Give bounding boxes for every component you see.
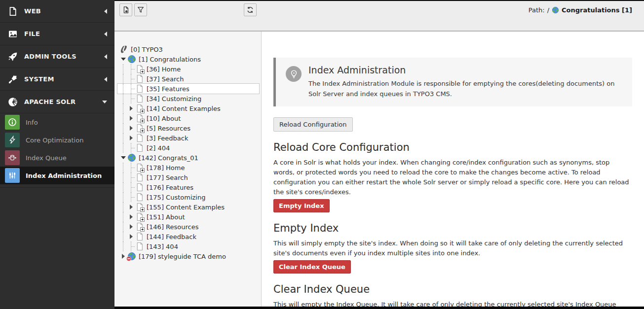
tree-row[interactable]: [142] Congrats_01: [117, 153, 259, 163]
tree-row[interactable]: [14] Content Examples: [117, 103, 259, 113]
page-shortcut-icon: [135, 104, 144, 113]
page-icon: [135, 183, 144, 192]
section-body: A core in Solr is what holds your index.…: [273, 158, 632, 197]
expand-arrow-icon[interactable]: [127, 212, 135, 222]
filter-button[interactable]: [134, 3, 147, 16]
page-shortcut-icon: [135, 212, 144, 221]
tree-row[interactable]: [151] About: [117, 212, 259, 222]
sidebar-section-file[interactable]: FILE: [0, 23, 114, 45]
tree-joint: [127, 143, 135, 153]
typo3-logo-icon: [119, 45, 128, 54]
lightbulb-icon: [286, 66, 302, 82]
expand-arrow-icon[interactable]: [127, 103, 135, 113]
rocket-icon: [8, 52, 18, 62]
file-image-icon: [8, 29, 18, 39]
tree-guide: [119, 163, 127, 172]
sidebar-section-label: APACHE SOLR: [24, 98, 76, 105]
expand-arrow-icon[interactable]: [127, 202, 135, 212]
tree-joint: [127, 172, 135, 182]
expand-arrow-icon[interactable]: [127, 113, 135, 123]
page-icon: [135, 84, 144, 93]
collapse-arrow-icon[interactable]: [119, 54, 127, 64]
sidebar-section-label: ADMIN TOOLS: [24, 53, 76, 60]
tree-row[interactable]: [175] Customizing: [117, 192, 259, 202]
tree-row[interactable]: [179] styleguide TCA demo: [117, 251, 259, 261]
tree-joint: [127, 74, 135, 84]
tree-guide: [119, 172, 127, 182]
sidebar-section-apache-solr[interactable]: APACHE SOLR: [0, 91, 114, 113]
refresh-icon: [246, 6, 254, 14]
refresh-button[interactable]: [244, 3, 257, 16]
tree-row[interactable]: [2] 404: [117, 143, 259, 153]
tree-guide: [119, 94, 127, 103]
tree-row[interactable]: [177] Search: [117, 172, 259, 182]
globe-icon: [127, 153, 136, 162]
tree-joint: [127, 163, 135, 172]
tree-guide: [119, 74, 127, 84]
tree-row[interactable]: [10] About: [117, 113, 259, 123]
page-icon: [135, 94, 144, 103]
tree-row[interactable]: [3] Feedback: [117, 133, 259, 143]
sidebar-item-info[interactable]: Info: [0, 113, 114, 131]
page-shortcut-icon: [135, 203, 144, 211]
tree-row[interactable]: [36] Home: [117, 64, 259, 74]
tree-joint: [127, 94, 135, 103]
expand-arrow-icon[interactable]: [127, 123, 135, 133]
reload-configuration-button[interactable]: Reload Configuration: [273, 117, 353, 132]
solr-submodules: Info Core Optimization Index Queue Index…: [0, 113, 114, 188]
collapse-arrow-icon[interactable]: [119, 153, 127, 163]
tree-guide: [119, 123, 127, 133]
sidebar-section-label: FILE: [24, 30, 40, 37]
expand-arrow-icon[interactable]: [127, 133, 135, 143]
web-page-icon: [8, 6, 18, 16]
page-icon: [135, 242, 144, 251]
tree-row[interactable]: [176] Features: [117, 182, 259, 192]
sidebar-section-admin-tools[interactable]: ADMIN TOOLS: [0, 45, 114, 68]
doc-header: Path: / Congratulations [1]: [114, 1, 644, 32]
tree-row[interactable]: [37] Search: [117, 74, 259, 84]
tree-joint: [127, 84, 135, 94]
expand-arrow-icon[interactable]: [127, 222, 135, 232]
section-heading: Clear Index Queue: [273, 283, 632, 295]
clear-index-queue-button[interactable]: Clear Index Queue: [273, 260, 351, 274]
chevron-left-icon: [104, 32, 107, 36]
tree-row[interactable]: [178] Home: [117, 163, 259, 172]
page-icon: [135, 143, 144, 152]
expand-arrow-icon[interactable]: [127, 232, 135, 241]
tree-guide: [119, 84, 127, 94]
info-callout: Index Administration The Index Administr…: [273, 58, 632, 106]
tree-guide: [119, 212, 127, 222]
chevron-left-icon: [104, 9, 107, 14]
sidebar-section-web[interactable]: WEB: [0, 0, 114, 23]
page-shortcut-icon: [135, 163, 144, 172]
typo3-backend: WEB FILE ADMIN TOOLS SYSTEM APACHE SOLR: [0, 0, 644, 309]
page-shortcut-icon: [135, 124, 144, 133]
sidebar-section-label: WEB: [24, 7, 41, 15]
tree-guide: [119, 192, 127, 202]
database-arrows-icon: [5, 150, 20, 165]
filter-icon: [137, 6, 145, 14]
sidebar-item-index-administration[interactable]: Index Administration: [0, 167, 114, 184]
sidebar-item-core-optimization[interactable]: Core Optimization: [0, 131, 114, 149]
tree-row-root[interactable]: [0] TYPO3: [117, 44, 259, 54]
tree-row[interactable]: [155] Content Examples: [117, 202, 259, 212]
empty-index-button[interactable]: Empty Index: [273, 199, 330, 212]
breadcrumb-separator: /: [547, 6, 549, 14]
tree-joint: [127, 182, 135, 192]
sidebar-section-system[interactable]: SYSTEM: [0, 68, 114, 91]
page-icon: [135, 232, 144, 241]
callout-title: Index Administration: [308, 65, 622, 75]
tree-row[interactable]: [144] Feedback: [117, 232, 259, 241]
tree-row[interactable]: [34] Customizing: [117, 94, 259, 103]
tree-row[interactable]: [143] 404: [117, 241, 259, 251]
tree-row[interactable]: [1] Congratulations: [117, 54, 259, 64]
tree-joint: [127, 241, 135, 251]
page-shortcut-icon: [135, 65, 144, 73]
tree-row-selected[interactable]: [35] Features: [117, 84, 259, 94]
page-icon: [135, 173, 144, 182]
tree-row[interactable]: [146] Resources: [117, 222, 259, 232]
new-page-button[interactable]: [119, 3, 132, 16]
tree-joint: [127, 64, 135, 74]
sidebar-item-index-queue[interactable]: Index Queue: [0, 149, 114, 167]
tree-row[interactable]: [5] Resources: [117, 123, 259, 133]
